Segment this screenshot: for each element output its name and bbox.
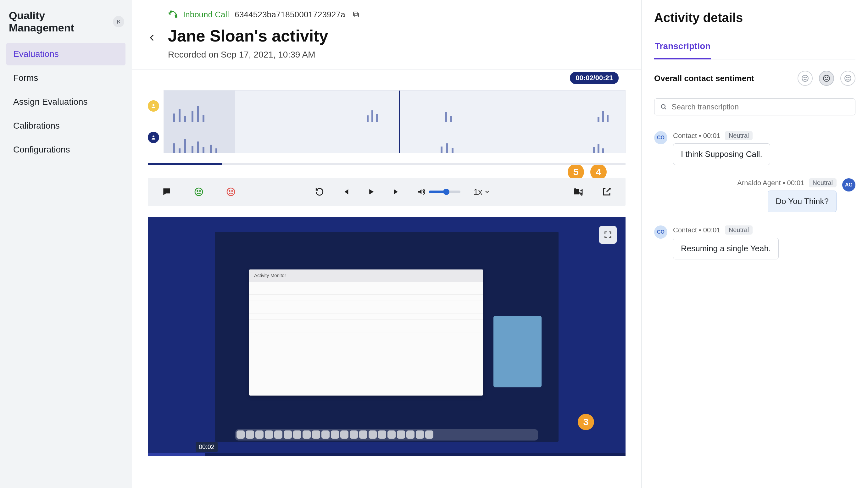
- frown-icon: [801, 74, 809, 83]
- overall-sentiment-positive[interactable]: [840, 71, 856, 86]
- copy-icon: [352, 11, 360, 18]
- pop-out-button[interactable]: [600, 186, 613, 198]
- sidebar-item-label: Calibrations: [13, 121, 60, 130]
- video-time-badge: 00:02: [196, 442, 218, 452]
- video-off-icon: [573, 187, 583, 197]
- activity-title: Jane Sloan's activity: [168, 26, 621, 45]
- sidebar-item-configurations[interactable]: Configurations: [6, 138, 125, 161]
- svg-rect-2: [353, 12, 357, 16]
- sentiment-positive-button[interactable]: [192, 186, 205, 198]
- svg-point-6: [197, 191, 198, 192]
- video-off-button[interactable]: [572, 186, 585, 198]
- sidebar-title: Quality Management: [9, 9, 113, 34]
- playback-time-pill: 00:02/00:21: [570, 72, 619, 84]
- skip-next-icon: [393, 187, 401, 196]
- replay-icon: [314, 187, 324, 197]
- call-direction-label: Inbound Call: [183, 10, 229, 20]
- activity-viewer: Inbound Call 6344523ba71850001723927a Ja…: [132, 0, 642, 488]
- playhead[interactable]: [399, 91, 400, 153]
- svg-point-8: [227, 188, 235, 196]
- sidebar-item-label: Forms: [13, 73, 38, 83]
- transcript-message[interactable]: CO Contact • 00:01 Neutral Resuming a si…: [654, 225, 856, 259]
- back-button[interactable]: [146, 31, 158, 44]
- volume-control[interactable]: [416, 187, 460, 197]
- avatar: CO: [654, 225, 668, 239]
- fullscreen-button[interactable]: [599, 226, 617, 244]
- chevron-down-icon: [484, 189, 490, 195]
- svg-point-11: [802, 75, 808, 82]
- volume-icon: [416, 187, 426, 197]
- avatar: AG: [842, 178, 856, 192]
- video-seek-bar[interactable]: [148, 453, 625, 456]
- annotation-marker-3[interactable]: 3: [578, 414, 594, 430]
- svg-point-9: [229, 191, 230, 192]
- waveform-panel: [148, 90, 625, 153]
- comment-button[interactable]: [160, 186, 173, 198]
- search-icon: [660, 103, 668, 111]
- transcript-message[interactable]: AG Neutral Arnaldo Agent • 00:01 Do You …: [654, 178, 856, 212]
- playback-speed-value: 1x: [474, 187, 482, 197]
- frown-icon: [226, 187, 236, 197]
- speaker-contact-icon: [148, 100, 159, 111]
- activity-header: Inbound Call 6344523ba71850001723927a Ja…: [132, 0, 641, 69]
- volume-slider[interactable]: [429, 191, 460, 193]
- copy-activity-id-button[interactable]: [351, 9, 361, 20]
- overall-sentiment-neutral[interactable]: [819, 71, 834, 86]
- svg-point-5: [195, 188, 203, 196]
- speaker-agent-icon: [148, 132, 159, 143]
- message-speaker: Arnaldo Agent • 00:01: [737, 179, 804, 187]
- chevron-left-icon: [148, 34, 156, 42]
- activity-id: 6344523ba71850001723927a: [235, 10, 345, 20]
- details-title: Activity details: [654, 11, 856, 25]
- svg-point-19: [847, 77, 847, 78]
- sidebar-collapse-button[interactable]: [113, 16, 124, 27]
- screen-recording-video[interactable]: 3 Activity Monitor 00:02: [148, 217, 625, 456]
- message-sentiment-pill: Neutral: [725, 225, 752, 234]
- message-bubble: I think Supposing Call.: [673, 143, 770, 165]
- avatar: CO: [654, 131, 668, 144]
- replay-button[interactable]: [313, 186, 326, 198]
- svg-point-14: [823, 75, 830, 82]
- tab-transcription[interactable]: Transcription: [654, 38, 711, 59]
- message-bubble: Resuming a single Yeah.: [673, 238, 779, 259]
- sidebar-item-forms[interactable]: Forms: [6, 67, 125, 89]
- svg-rect-1: [355, 13, 359, 17]
- activity-details-panel: Activity details Transcription Overall c…: [642, 0, 868, 488]
- svg-point-12: [804, 77, 804, 78]
- open-in-new-icon: [602, 187, 611, 197]
- neutral-face-icon: [823, 74, 831, 83]
- sidebar-item-evaluations[interactable]: Evaluations: [6, 43, 125, 65]
- overall-sentiment-negative[interactable]: [798, 71, 813, 86]
- chevron-collapse-icon: [116, 19, 121, 25]
- svg-point-16: [827, 77, 828, 78]
- sidebar-item-label: Evaluations: [13, 49, 59, 59]
- svg-point-3: [153, 104, 154, 106]
- sidebar-item-calibrations[interactable]: Calibrations: [6, 115, 125, 137]
- seek-bar[interactable]: [148, 163, 625, 165]
- message-sentiment-pill: Neutral: [809, 178, 837, 187]
- svg-point-20: [848, 77, 849, 78]
- svg-point-15: [825, 77, 826, 78]
- svg-line-22: [665, 108, 666, 109]
- svg-point-7: [200, 191, 200, 192]
- message-sentiment-pill: Neutral: [725, 131, 752, 140]
- previous-button[interactable]: [339, 186, 351, 198]
- sentiment-negative-button[interactable]: [224, 186, 237, 198]
- play-icon: [367, 187, 375, 196]
- details-tabs: Transcription: [654, 38, 856, 59]
- svg-point-18: [845, 75, 851, 82]
- player-area: 00:02/00:21 5 4: [132, 69, 641, 472]
- waveform-timeline[interactable]: [163, 90, 625, 153]
- sidebar-item-assign-evaluations[interactable]: Assign Evaluations: [6, 91, 125, 113]
- transcription-search-input[interactable]: [672, 102, 849, 111]
- play-button[interactable]: [365, 186, 377, 198]
- sidebar: Quality Management Evaluations Forms Ass…: [0, 0, 132, 488]
- tab-label: Transcription: [655, 41, 710, 51]
- transcription-search[interactable]: [654, 98, 856, 116]
- sidebar-item-label: Configurations: [13, 144, 70, 154]
- next-button[interactable]: [391, 186, 403, 198]
- comment-icon: [162, 187, 172, 197]
- playback-speed-selector[interactable]: 1x: [474, 187, 490, 197]
- transcript-message[interactable]: CO Contact • 00:01 Neutral I think Suppo…: [654, 131, 856, 165]
- smile-icon: [844, 74, 852, 83]
